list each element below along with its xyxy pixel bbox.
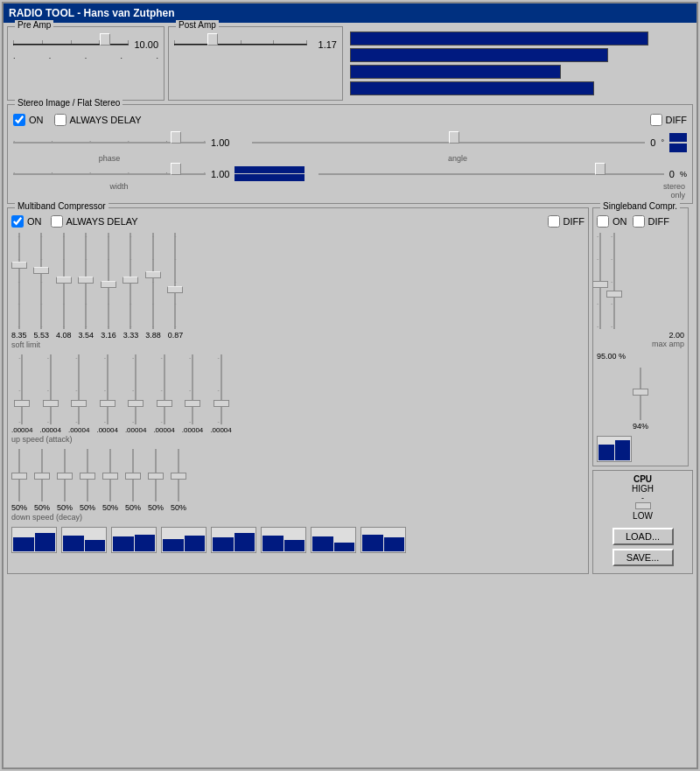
attack-6-thumb[interactable] xyxy=(157,400,172,407)
angle-indicators xyxy=(669,133,687,152)
decay-3: 50% xyxy=(57,449,73,512)
angle-indicator-2 xyxy=(669,144,687,152)
angle-slider-track xyxy=(252,136,645,150)
singleband-decay-thumb[interactable] xyxy=(633,389,648,396)
stereo-diff-label: DIFF xyxy=(666,115,687,125)
band-5-thumb[interactable] xyxy=(101,281,116,288)
singleband-on-label: ON xyxy=(612,216,627,227)
band-4-thumb[interactable] xyxy=(78,277,94,284)
attack-4-value: .00004 xyxy=(96,426,117,434)
singleband-diff-checkbox[interactable] xyxy=(633,215,645,228)
stereo-always-delay-label: ALWAYS DELAY xyxy=(70,115,142,125)
window-title: RADIO TOOL - Hans van Zutphen xyxy=(9,7,175,19)
width-slider-track: ·· ·· ·· xyxy=(13,167,206,181)
save-button[interactable]: SAVE... xyxy=(612,549,674,566)
vu-bars-panel xyxy=(346,26,693,101)
multiband-always-delay-checkbox[interactable] xyxy=(51,215,63,228)
singleband-main-thumb[interactable] xyxy=(592,281,608,288)
mini-bar-3 xyxy=(111,527,157,553)
mini-bar-8 xyxy=(360,527,406,553)
angle-indicator-1 xyxy=(669,133,687,142)
right-panels: Singleband Compr. ON DIFF xyxy=(592,207,693,574)
preamp-label: Pre Amp xyxy=(15,20,53,30)
attack-1-thumb[interactable] xyxy=(14,400,30,407)
band-3-thumb[interactable] xyxy=(56,277,72,284)
band-6-thumb[interactable] xyxy=(122,277,138,284)
decay-2-thumb[interactable] xyxy=(34,473,50,480)
attack-8: --- .00004 xyxy=(210,354,231,434)
attack-2: --- .00004 xyxy=(39,354,60,434)
singleband-on-checkbox[interactable] xyxy=(597,215,609,228)
multiband-label: Multiband Compressor xyxy=(15,201,108,211)
decay-6-thumb[interactable] xyxy=(125,473,141,480)
width-value: 1.00 xyxy=(211,169,229,179)
band-1-value: 8.35 xyxy=(11,331,27,340)
attack-8-thumb[interactable] xyxy=(214,400,229,407)
band-7-thumb[interactable] xyxy=(145,271,161,278)
band-1-track: - - - - - xyxy=(16,233,23,329)
singleband-mini-bar xyxy=(597,436,632,462)
decay-5-value: 50% xyxy=(102,503,118,512)
preamp-slider-track xyxy=(13,38,129,52)
band-8-thumb[interactable] xyxy=(167,286,183,293)
multiband-diff-checkbox[interactable] xyxy=(548,215,560,228)
width-slider-thumb[interactable] xyxy=(171,163,181,175)
load-button[interactable]: LOAD... xyxy=(612,528,674,545)
singleband-diff-row: DIFF xyxy=(633,215,669,228)
preamp-slider-thumb[interactable] xyxy=(100,33,110,46)
postamp-value: 1.17 xyxy=(311,39,337,50)
band-1: - - - - - 8.35 xyxy=(11,233,27,340)
singleband-diff-label: DIFF xyxy=(648,216,669,227)
stereo-diff-checkbox[interactable] xyxy=(650,114,662,126)
decay-5-thumb[interactable] xyxy=(102,473,118,480)
band-2: - - - - - 5.53 xyxy=(34,233,50,340)
phase-slider-track: ·· ·· ·· xyxy=(13,136,206,150)
attack-4-thumb[interactable] xyxy=(100,400,116,407)
attack-7-value: .00004 xyxy=(182,426,203,434)
band-1-thumb[interactable] xyxy=(11,262,27,269)
angle-slider-thumb[interactable] xyxy=(449,131,459,144)
band-6: - - - - - 3.33 xyxy=(123,233,139,340)
vu-bar-4 xyxy=(350,81,594,95)
singleband-slider2-col: - - - - - xyxy=(611,233,618,329)
stereo-always-delay-checkbox[interactable] xyxy=(54,114,66,126)
attack-7-thumb[interactable] xyxy=(185,400,200,407)
multiband-panel: Multiband Compressor ON ALWAYS DELAY DIF… xyxy=(7,207,589,574)
decay-3-thumb[interactable] xyxy=(57,473,73,480)
stereo-only-value: 0 xyxy=(669,169,675,179)
attack-sliders: --- .00004 --- .00004 xyxy=(11,354,584,434)
decay-4-thumb[interactable] xyxy=(80,473,95,480)
attack-3-thumb[interactable] xyxy=(71,400,87,407)
band-2-thumb[interactable] xyxy=(33,267,49,274)
decay-8-thumb[interactable] xyxy=(171,473,186,480)
attack-5-thumb[interactable] xyxy=(128,400,144,407)
band-2-track: - - - - - xyxy=(38,233,45,329)
singleband-2-thumb[interactable] xyxy=(606,291,622,298)
band-6-value: 3.33 xyxy=(123,331,139,340)
attack-2-thumb[interactable] xyxy=(43,400,59,407)
postamp-slider-thumb[interactable] xyxy=(207,33,218,46)
phase-slider-thumb[interactable] xyxy=(171,131,181,144)
singleband-percent-value: 95.00 % xyxy=(597,352,626,361)
singleband-on-row: ON xyxy=(597,215,627,228)
stereo-diff-row: DIFF xyxy=(650,114,687,126)
decay-8: 50% xyxy=(171,449,186,512)
decay-7: 50% xyxy=(148,449,164,512)
mini-bar-6 xyxy=(261,527,306,553)
stereo-on-checkbox[interactable] xyxy=(13,114,25,126)
multiband-always-delay-label: ALWAYS DELAY xyxy=(66,216,138,227)
decay-1-thumb[interactable] xyxy=(11,473,27,480)
cpu-slider-thumb[interactable] xyxy=(635,502,651,509)
singleband-max-amp-value: 2.00 xyxy=(668,331,684,340)
multiband-on-label: ON xyxy=(27,216,42,227)
stereo-only-slider-thumb[interactable] xyxy=(595,163,606,175)
singleband-max-amp-label: max amp xyxy=(597,340,684,348)
attack-3-value: .00004 xyxy=(68,426,89,434)
multiband-on-checkbox[interactable] xyxy=(11,215,24,228)
singleband-decay: 94% xyxy=(597,368,684,431)
stereo-on-label: ON xyxy=(29,115,44,125)
stereo-only-label: stereoonly xyxy=(225,182,687,200)
attack-2-value: .00004 xyxy=(39,426,60,434)
decay-7-thumb[interactable] xyxy=(148,473,164,480)
band-7-track: - - - - - xyxy=(150,233,157,329)
